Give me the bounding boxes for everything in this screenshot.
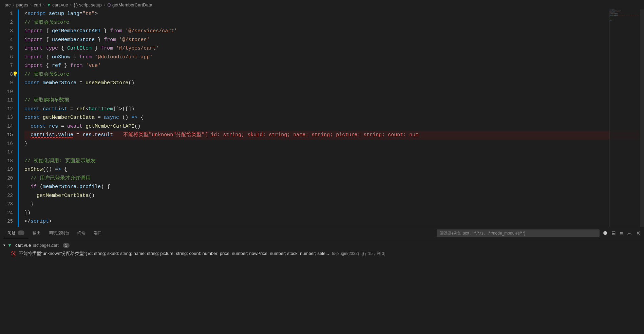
breadcrumb-item[interactable]: cart	[34, 2, 41, 7]
chevron-right-icon: ›	[13, 2, 14, 7]
close-icon[interactable]: ✕	[636, 230, 641, 236]
tab-label: 问题	[7, 230, 16, 236]
breadcrumb-item[interactable]: cart.vue	[52, 2, 68, 7]
code-line[interactable]: onShow(() => {	[24, 165, 644, 174]
problem-message: 不能将类型"unknown"分配给类型"{ id: string; skuId:…	[19, 250, 329, 257]
code-line[interactable]: if (memberStore.profile) {	[24, 183, 644, 191]
breadcrumb-item[interactable]: src	[5, 2, 11, 7]
tab-ports[interactable]: 端口	[90, 228, 106, 238]
tab-problems[interactable]: 问题 1	[3, 228, 29, 238]
code-line[interactable]: getMemberCartData()	[24, 191, 644, 200]
problems-count-badge: 1	[18, 230, 24, 235]
vue-icon: ▼	[46, 2, 51, 7]
code-line[interactable]: import { getMemberCartAPI } from '@/serv…	[24, 27, 644, 36]
code-line[interactable]: import { ref } from 'vue'	[24, 61, 644, 70]
code-line[interactable]: })	[24, 209, 644, 218]
file-problem-count-badge: 1	[63, 243, 70, 248]
tab-terminal[interactable]: 终端	[73, 228, 90, 238]
code-line[interactable]: }	[24, 140, 644, 148]
code-line[interactable]: // 获取会员store	[24, 18, 644, 27]
minimap[interactable]: <script setup lang="ts">// 获取会员storeimpo…	[609, 10, 640, 227]
line-number-gutter: 1234567891011121314151617181920212223242…	[0, 10, 18, 227]
code-editor[interactable]: 1234567891011121314151617181920212223242…	[0, 10, 644, 227]
code-area[interactable]: <script setup lang="ts">// 获取会员storeimpo…	[18, 10, 644, 227]
code-line[interactable]: </script>	[24, 217, 644, 226]
problem-file-name: cart.vue	[15, 243, 31, 248]
namespace-icon: { }	[74, 2, 78, 7]
tab-debug-console[interactable]: 调试控制台	[45, 228, 73, 238]
code-line[interactable]: // 用户已登录才允许调用	[24, 174, 644, 183]
problem-location: [行 15，列 3]	[362, 251, 385, 257]
chevron-right-icon: ›	[104, 2, 105, 7]
chevron-right-icon: ›	[30, 2, 32, 7]
bottom-panel: 问题 1 输出 调试控制台 终端 端口 ⚉ ⊟ ≡ ︿ ✕ ▾ ▼ cart.v…	[0, 227, 644, 260]
code-line[interactable]: import { useMemberStore } from '@/stores…	[24, 36, 644, 44]
view-as-tree-icon[interactable]: ≡	[620, 230, 623, 236]
chevron-down-icon: ▾	[3, 243, 5, 247]
vertical-scrollbar[interactable]	[640, 10, 644, 227]
problem-item[interactable]: ✕ 不能将类型"unknown"分配给类型"{ id: string; skuI…	[3, 249, 641, 258]
breadcrumb-item[interactable]: script setup	[79, 2, 101, 7]
method-icon: ⬡	[107, 2, 111, 7]
code-line[interactable]: const cartList = ref<CartItem[]>([])	[24, 105, 644, 114]
filter-icon[interactable]: ⚉	[603, 230, 607, 236]
problem-source: ts-plugin(2322)	[332, 251, 359, 256]
error-icon: ✕	[11, 251, 16, 256]
breadcrumb: src › pages › cart › ▼ cart.vue › { } sc…	[0, 0, 644, 10]
panel-tabs: 问题 1 输出 调试控制台 终端 端口 ⚉ ⊟ ≡ ︿ ✕	[0, 227, 644, 239]
code-line[interactable]: // 获取购物车数据	[24, 96, 644, 105]
chevron-right-icon: ›	[70, 2, 72, 7]
code-line[interactable]: const getMemberCartData = async () => {	[24, 113, 644, 122]
problems-list: ▾ ▼ cart.vue src\pages\cart 1 ✕ 不能将类型"un…	[0, 239, 644, 260]
code-line[interactable]: import type { CartItem } from '@/types/c…	[24, 44, 644, 53]
breadcrumb-item[interactable]: pages	[16, 2, 28, 7]
chevron-right-icon: ›	[43, 2, 44, 7]
chevron-up-icon[interactable]: ︿	[627, 230, 632, 236]
problems-filter-input[interactable]	[437, 229, 600, 237]
code-line[interactable]: }	[24, 200, 644, 209]
code-line[interactable]: // 初始化调用: 页面显示触发	[24, 157, 644, 166]
code-line[interactable]: import { onShow } from '@dcloudio/uni-ap…	[24, 53, 644, 62]
panel-actions: ⚉ ⊟ ≡ ︿ ✕	[603, 230, 641, 236]
code-line[interactable]: <script setup lang="ts">	[24, 10, 644, 18]
problem-file-row[interactable]: ▾ ▼ cart.vue src\pages\cart 1	[3, 241, 641, 249]
code-line[interactable]: const res = await getMemberCartAPI()	[24, 122, 644, 131]
code-line[interactable]: 💡// 获取会员Store	[24, 70, 644, 79]
code-line[interactable]: const memberStore = useMemberStore()	[24, 79, 644, 88]
collapse-all-icon[interactable]: ⊟	[611, 230, 616, 236]
code-line[interactable]	[24, 88, 644, 96]
vue-icon: ▼	[7, 243, 12, 248]
code-line[interactable]: cartList.value = res.result不能将类型"unknown…	[24, 131, 644, 140]
tab-output[interactable]: 输出	[29, 228, 45, 238]
problem-file-path: src\pages\cart	[33, 243, 58, 248]
code-line[interactable]	[24, 148, 644, 157]
breadcrumb-item[interactable]: getMemberCartData	[112, 2, 152, 7]
